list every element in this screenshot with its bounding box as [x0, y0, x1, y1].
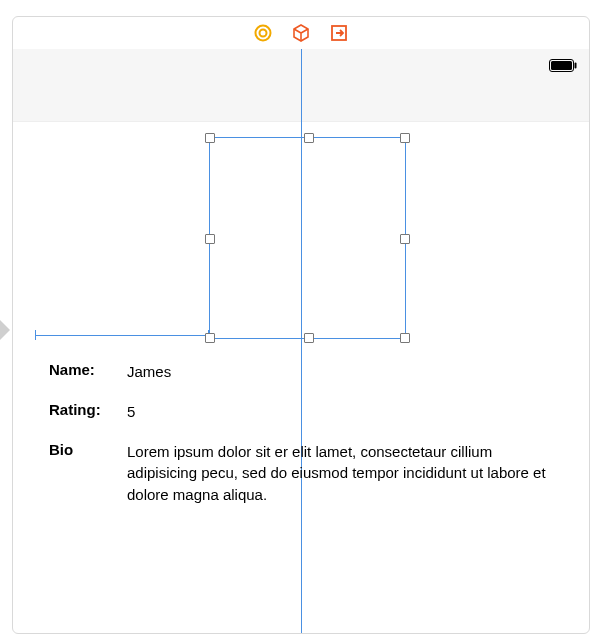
bio-label: Bio — [49, 441, 127, 458]
canvas-toolbar — [13, 17, 589, 50]
svg-point-1 — [260, 30, 267, 37]
svg-rect-5 — [551, 61, 572, 70]
svg-rect-4 — [575, 63, 577, 69]
embed-in-icon[interactable] — [330, 24, 348, 42]
resize-handle-bottom-right[interactable] — [400, 333, 410, 343]
bio-row: Bio Lorem ipsum dolor sit er elit lamet,… — [49, 441, 561, 506]
resize-handle-top-center[interactable] — [304, 133, 314, 143]
name-value[interactable]: James — [127, 361, 561, 383]
bio-value[interactable]: Lorem ipsum dolor sit er elit lamet, con… — [127, 441, 561, 506]
resize-handle-bottom-center[interactable] — [304, 333, 314, 343]
resize-handle-top-right[interactable] — [400, 133, 410, 143]
name-row: Name: James — [49, 361, 561, 383]
image-view-selected[interactable] — [209, 137, 406, 339]
resize-handle-bottom-left[interactable] — [205, 333, 215, 343]
leading-constraint-guide[interactable] — [35, 335, 209, 336]
3d-object-icon[interactable] — [292, 24, 310, 42]
storyboard-scene[interactable]: Name: James Rating: 5 Bio Lorem ipsum do… — [12, 16, 590, 634]
detail-form: Name: James Rating: 5 Bio Lorem ipsum do… — [49, 361, 561, 524]
svg-point-0 — [256, 26, 271, 41]
rating-value[interactable]: 5 — [127, 401, 561, 423]
intrinsic-size-icon[interactable] — [254, 24, 272, 42]
name-label: Name: — [49, 361, 127, 378]
resize-handle-middle-right[interactable] — [400, 234, 410, 244]
scene-entry-arrow-icon — [0, 320, 12, 340]
ib-canvas-root: Name: James Rating: 5 Bio Lorem ipsum do… — [0, 0, 600, 643]
rating-label: Rating: — [49, 401, 127, 418]
resize-handle-middle-left[interactable] — [205, 234, 215, 244]
resize-handle-top-left[interactable] — [205, 133, 215, 143]
rating-row: Rating: 5 — [49, 401, 561, 423]
battery-icon — [549, 59, 577, 72]
